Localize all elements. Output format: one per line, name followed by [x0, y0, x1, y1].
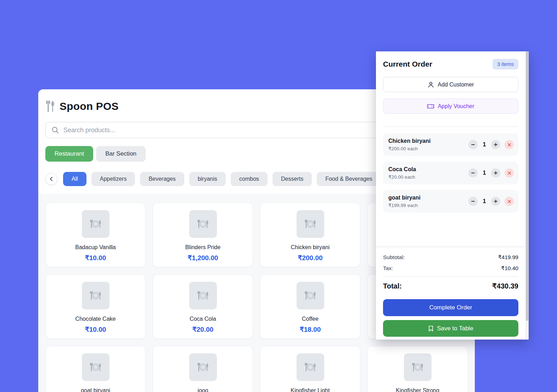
section-button[interactable]: Bar Section — [96, 146, 146, 162]
product-thumb — [82, 282, 109, 309]
order-item-row: Chicken biryani ₹200.00 each 1 — [383, 133, 518, 156]
decrease-qty-button[interactable] — [468, 168, 478, 178]
order-item-row: Coca Cola ₹20.00 each 1 — [383, 162, 518, 184]
scrollbar-thumb[interactable] — [526, 51, 528, 321]
plate-cutlery-icon — [89, 360, 102, 374]
order-item-name: Chicken biryani — [388, 138, 468, 144]
product-card[interactable]: Coca Cola ₹20.00 — [153, 274, 253, 339]
plate-cutlery-icon — [304, 217, 317, 231]
product-card[interactable]: Chicken biryani ₹200.00 — [260, 203, 360, 267]
minus-icon — [471, 171, 475, 175]
product-name: Blinders Pride — [185, 244, 221, 251]
category-chip[interactable]: combos — [231, 172, 268, 186]
section-button[interactable]: Restaurant — [45, 146, 93, 162]
product-thumb — [189, 353, 217, 381]
product-thumb — [189, 282, 217, 309]
product-card[interactable]: Badacup Vanilla ₹10.00 — [45, 203, 146, 267]
plate-cutlery-icon — [89, 289, 102, 302]
product-name: goat biryani — [81, 387, 110, 392]
minus-icon — [471, 199, 475, 203]
product-card[interactable]: Kingfisher Strong — [367, 346, 468, 392]
product-name: Kingfisher Strong — [396, 387, 439, 392]
product-thumb — [189, 210, 217, 238]
product-card[interactable]: jooo — [153, 346, 253, 392]
order-panel-body: Current Order 3 items Add Customer Apply… — [376, 51, 529, 247]
remove-item-button[interactable] — [505, 197, 514, 206]
category-chip[interactable]: Beverages — [140, 172, 184, 186]
total-value: ₹430.39 — [492, 282, 518, 290]
category-chip[interactable]: biryanis — [189, 172, 226, 186]
product-name: Chocolate Cake — [75, 316, 116, 322]
panel-divider — [383, 127, 518, 127]
plate-cutlery-icon — [304, 289, 317, 302]
tax-row: Tax: ₹10.40 — [383, 265, 518, 273]
tax-value: ₹10.40 — [501, 265, 518, 273]
order-item-unit-price: ₹20.00 each — [388, 174, 468, 180]
increase-qty-button[interactable] — [491, 168, 500, 178]
x-icon — [507, 171, 511, 175]
remove-item-button[interactable] — [505, 168, 514, 178]
order-items-list: Chicken biryani ₹200.00 each 1 Coca Cola… — [383, 133, 518, 213]
product-thumb — [297, 353, 324, 381]
product-name: Coffee — [302, 316, 319, 322]
save-to-table-label: Save to Table — [437, 325, 473, 332]
product-card[interactable]: Kingfisher Light — [260, 346, 360, 392]
product-price: ₹1,200.00 — [187, 254, 218, 262]
product-thumb — [404, 353, 432, 381]
plate-cutlery-icon — [411, 360, 424, 374]
category-label: Appetizers — [100, 176, 127, 182]
remove-item-button[interactable] — [505, 140, 514, 149]
product-price: ₹18.00 — [300, 325, 321, 334]
order-item-name: goat biryani — [388, 195, 468, 201]
apply-voucher-button[interactable]: Apply Voucher — [383, 99, 518, 114]
order-scrollbar[interactable] — [525, 51, 529, 340]
product-card[interactable]: goat biryani — [45, 346, 146, 392]
category-chip[interactable]: Desserts — [272, 172, 312, 186]
order-item-qty: 1 — [478, 141, 491, 148]
category-chip[interactable]: All — [63, 172, 86, 186]
add-customer-button[interactable]: Add Customer — [383, 77, 518, 92]
product-card[interactable]: Blinders Pride ₹1,200.00 — [153, 203, 253, 267]
order-item-text: Chicken biryani ₹200.00 each — [388, 138, 468, 151]
fork-knife-logo-icon — [45, 100, 56, 112]
product-price: ₹10.00 — [85, 325, 106, 334]
order-item-text: Coca Cola ₹20.00 each — [388, 166, 468, 180]
order-title: Current Order — [383, 60, 432, 68]
product-price: ₹200.00 — [298, 254, 322, 262]
product-price: ₹20.00 — [192, 325, 214, 334]
order-item-unit-price: ₹200.00 each — [388, 146, 468, 151]
category-chip[interactable]: Food & Beverages — [317, 172, 381, 186]
x-icon — [507, 200, 511, 203]
subtotal-value: ₹419.99 — [498, 254, 518, 262]
category-label: Desserts — [281, 176, 303, 182]
order-panel: Current Order 3 items Add Customer Apply… — [376, 51, 529, 340]
increase-qty-button[interactable] — [491, 140, 500, 149]
increase-qty-button[interactable] — [491, 197, 500, 206]
category-label: biryanis — [198, 176, 217, 182]
category-label: Beverages — [148, 176, 176, 182]
bookmark-icon — [428, 325, 434, 332]
product-name: Chicken biryani — [291, 244, 330, 251]
total-row: Total: ₹430.39 — [383, 281, 518, 291]
order-item-name: Coca Cola — [388, 166, 468, 173]
search-icon — [51, 126, 59, 134]
plate-cutlery-icon — [304, 360, 317, 374]
product-card[interactable]: Chocolate Cake ₹10.00 — [45, 274, 146, 339]
save-to-table-button[interactable]: Save to Table — [383, 320, 518, 337]
category-label: combos — [239, 176, 259, 182]
decrease-qty-button[interactable] — [468, 197, 478, 206]
complete-order-button[interactable]: Complete Order — [383, 299, 518, 316]
plate-cutlery-icon — [196, 217, 210, 231]
plate-cutlery-icon — [196, 360, 210, 374]
order-item-qty: 1 — [478, 170, 491, 176]
product-card[interactable]: Coffee ₹18.00 — [260, 274, 360, 339]
decrease-qty-button[interactable] — [468, 140, 478, 149]
order-item-unit-price: ₹199.99 each — [388, 202, 468, 208]
product-thumb — [82, 210, 109, 238]
order-title-row: Current Order 3 items — [383, 58, 518, 70]
scroll-left-button[interactable] — [45, 173, 57, 185]
subtotal-row: Subtotal: ₹419.99 — [383, 254, 518, 262]
category-chip[interactable]: Appetizers — [91, 172, 135, 186]
chevron-left-icon — [49, 177, 54, 181]
category-label: Food & Beverages — [325, 176, 372, 182]
